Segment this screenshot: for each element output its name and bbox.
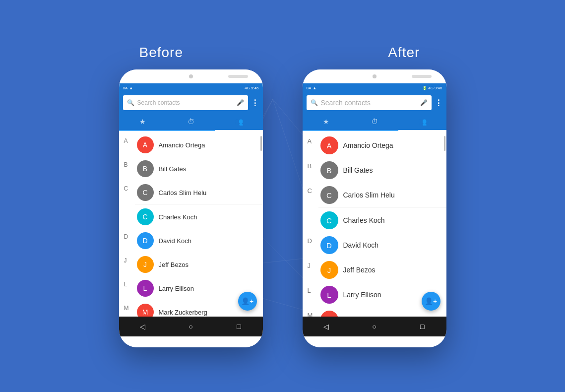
tab-favorites-before[interactable]: ★: [119, 113, 167, 130]
recents-btn-before[interactable]: □: [231, 319, 246, 334]
fab-after[interactable]: 👤+: [422, 292, 440, 311]
search-bar-before[interactable]: 🔍 Search contacts 🎤 ⋮: [119, 92, 263, 113]
home-btn-after[interactable]: ○: [367, 319, 381, 334]
contact-charles-after[interactable]: C Charles Koch: [318, 208, 446, 233]
section-c-after: C C Carlos Slim Helu C Charles Koch: [303, 183, 446, 233]
status-left-before: 8A ▲: [123, 86, 133, 90]
name-david-before: David Koch: [159, 237, 191, 245]
fab-icon-before: 👤+: [241, 297, 253, 305]
phone-top-bar-before: [119, 69, 263, 83]
section-d-before: D D David Koch: [119, 229, 263, 253]
contact-list-before: A A Amancio Ortega B B: [119, 131, 263, 317]
avatar-david-after: D: [320, 236, 338, 254]
avatar-amancio-after: A: [320, 136, 338, 154]
time-after: 9:46: [435, 86, 442, 90]
phone-after: 8A ▲ 🔋 4G 9:46 🔍 Search contacts 🎤 ⋮: [303, 69, 446, 347]
back-btn-before[interactable]: ◁: [135, 319, 150, 334]
speaker-after: [412, 75, 432, 78]
contact-list-inner-after: A A Amancio Ortega B B: [303, 131, 446, 317]
name-charles-after: Charles Koch: [343, 216, 385, 224]
contact-david-before[interactable]: D David Koch: [135, 229, 263, 253]
search-inner-before[interactable]: 🔍 Search contacts 🎤: [123, 95, 248, 110]
contact-bill-before[interactable]: B Bill Gates: [135, 157, 263, 181]
camera-after: [373, 74, 377, 78]
tab-contacts-before[interactable]: 👥: [215, 113, 263, 130]
tab-recent-before[interactable]: ⏱: [167, 113, 215, 130]
section-a-before: A A Amancio Ortega: [119, 133, 263, 157]
avatar-mark-after: M: [320, 311, 338, 317]
search-icon-before: 🔍: [127, 99, 134, 106]
status-right-after: 🔋 4G 9:46: [422, 86, 442, 90]
tab-bar-before: ★ ⏱ 👥: [119, 113, 263, 131]
contact-list-after: A A Amancio Ortega B B: [303, 131, 446, 317]
section-c-before: C C Carlos Slim Helu C Charles Koch: [119, 181, 263, 229]
contact-amancio-after[interactable]: A Amancio Ortega: [318, 133, 446, 158]
home-btn-before[interactable]: ○: [183, 319, 198, 334]
more-icon-before[interactable]: ⋮: [251, 98, 259, 108]
avatar-charles-before: C: [137, 208, 154, 225]
tab-contacts-after[interactable]: 👥: [398, 113, 446, 130]
section-b-after: B B Bill Gates: [303, 158, 446, 183]
contact-jeff-after[interactable]: J Jeff Bezos: [318, 258, 446, 282]
avatar-jeff-after: J: [320, 261, 338, 279]
scrollbar-before[interactable]: [260, 136, 262, 151]
search-placeholder-before: Search contacts: [137, 99, 234, 106]
avatar-mark-before: M: [137, 304, 154, 317]
signal-after: 4G: [428, 86, 434, 90]
before-label: Before: [62, 45, 260, 61]
contact-carlos-before[interactable]: C Carlos Slim Helu: [135, 181, 263, 205]
tab-bar-after: ★ ⏱ 👥: [303, 113, 446, 131]
labels-row: Before After: [0, 45, 565, 61]
avatar-bill-before: B: [137, 160, 154, 177]
name-mark-after: Mark Zuckerberg: [343, 316, 396, 317]
contact-charles-before[interactable]: C Charles Koch: [135, 205, 263, 229]
contact-amancio-before[interactable]: A Amancio Ortega: [135, 133, 263, 157]
contact-list-inner-before: A A Amancio Ortega B B: [119, 131, 263, 317]
contact-jeff-before[interactable]: J Jeff Bezos: [135, 253, 263, 276]
status-bar-after: 8A ▲ 🔋 4G 9:46: [303, 83, 446, 92]
screen-before: 8A ▲ 4G 9:46 🔍 Search contacts 🎤 ⋮: [119, 83, 263, 317]
search-inner-after[interactable]: 🔍 Search contacts 🎤: [307, 95, 432, 110]
name-carlos-after: Carlos Slim Helu: [343, 191, 395, 199]
phone-top-bar-after: [303, 69, 446, 83]
phone-bottom-after: [303, 336, 446, 347]
search-placeholder-after: Search contacts: [321, 99, 417, 107]
carrier-before: 8A: [123, 86, 128, 90]
avatar-charles-after: C: [320, 211, 338, 229]
avatar-bill-after: B: [320, 161, 338, 179]
tab-favorites-after[interactable]: ★: [303, 113, 351, 130]
scrollbar-after[interactable]: [444, 136, 445, 151]
name-larry-after: Larry Ellison: [343, 291, 381, 299]
name-larry-before: Larry Ellison: [159, 285, 194, 292]
carrier-after: 8A: [307, 86, 312, 90]
name-bill-before: Bill Gates: [159, 165, 187, 173]
fab-before[interactable]: 👤+: [238, 292, 257, 311]
bottom-nav-before: ◁ ○ □: [119, 317, 263, 336]
time-before: 9:46: [251, 86, 259, 90]
search-bar-after[interactable]: 🔍 Search contacts 🎤 ⋮: [303, 92, 446, 113]
name-amancio-after: Amancio Ortega: [343, 141, 393, 149]
phone-bottom-before: [119, 336, 263, 347]
avatar-larry-after: L: [320, 286, 338, 304]
more-icon-after[interactable]: ⋮: [435, 98, 442, 108]
back-btn-after[interactable]: ◁: [319, 319, 334, 334]
tab-recent-after[interactable]: ⏱: [350, 113, 398, 130]
name-amancio-before: Amancio Ortega: [159, 141, 205, 149]
contact-david-after[interactable]: D David Koch: [318, 233, 446, 258]
name-bill-after: Bill Gates: [343, 166, 373, 174]
section-m-after: M M Mark Zuckerberg: [303, 307, 446, 317]
avatar-carlos-before: C: [137, 184, 154, 201]
search-icon-after: 🔍: [311, 99, 318, 106]
battery-icon-after: 🔋: [422, 86, 427, 90]
avatar-david-before: D: [137, 232, 154, 249]
section-b-before: B B Bill Gates: [119, 157, 263, 181]
section-j-before: J J Jeff Bezos: [119, 253, 263, 276]
contact-bill-after[interactable]: B Bill Gates: [318, 158, 446, 183]
mic-icon-before: 🎤: [237, 99, 244, 106]
recents-btn-after[interactable]: □: [415, 319, 430, 334]
avatar-amancio-before: A: [137, 136, 154, 153]
wifi-icon-after: ▲: [313, 86, 316, 90]
contact-carlos-after[interactable]: C Carlos Slim Helu: [318, 183, 446, 208]
screen-after: 8A ▲ 🔋 4G 9:46 🔍 Search contacts 🎤 ⋮: [303, 83, 446, 317]
section-j-after: J J Jeff Bezos: [303, 258, 446, 282]
